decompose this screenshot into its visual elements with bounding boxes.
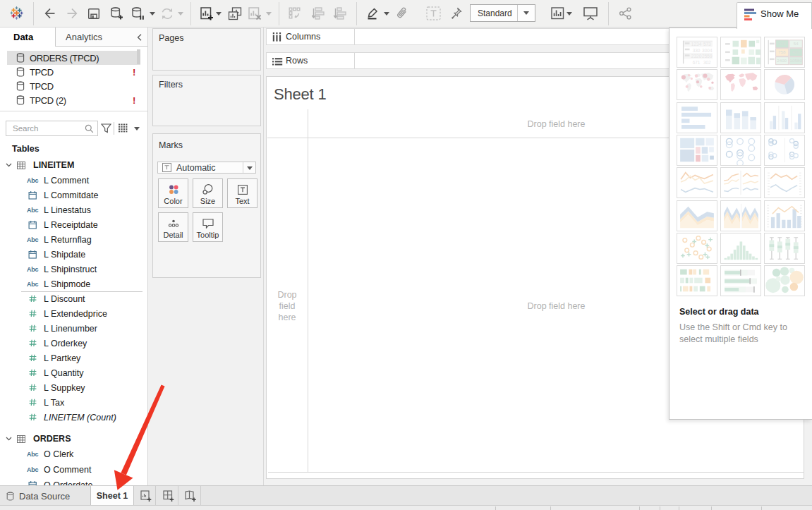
svg-text:758: 758 [778, 49, 786, 54]
svg-text:3004: 3004 [702, 48, 713, 53]
svg-text:10580: 10580 [790, 58, 803, 63]
svg-text:573: 573 [703, 42, 711, 47]
svg-text:123: 123 [778, 41, 786, 46]
svg-text:2400: 2400 [777, 58, 787, 63]
svg-text:330: 330 [693, 48, 701, 53]
svg-text:302: 302 [703, 60, 711, 65]
svg-text:2559: 2559 [702, 54, 713, 59]
svg-text:420: 420 [792, 49, 800, 54]
svg-text:671: 671 [693, 60, 701, 65]
svg-text:2320: 2320 [691, 54, 702, 59]
svg-text:54: 54 [794, 41, 799, 46]
svg-text:1234: 1234 [691, 42, 702, 47]
